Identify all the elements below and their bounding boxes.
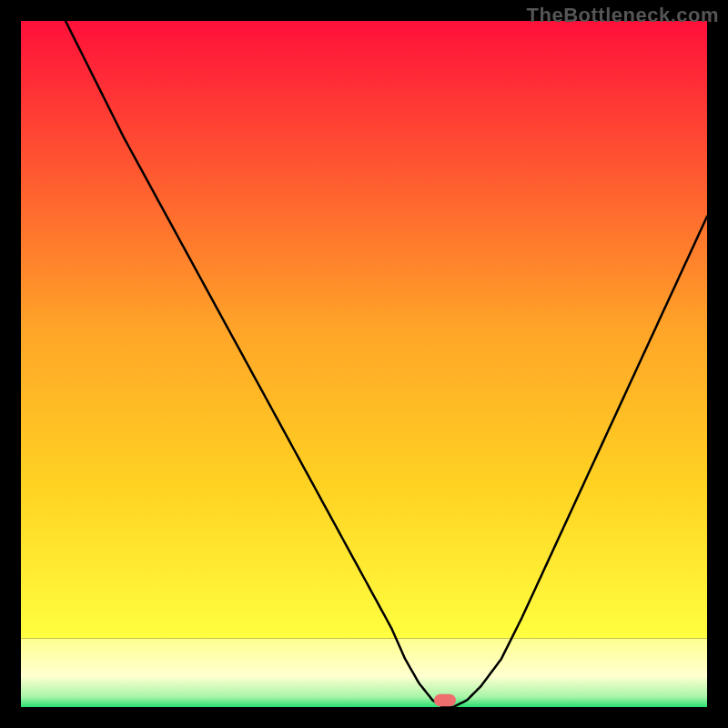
gradient-bottom [21,639,707,707]
optimal-marker [434,694,456,707]
gradient-top [21,21,707,639]
chart-frame: TheBottleneck.com [0,0,728,728]
watermark: TheBottleneck.com [527,4,719,27]
bottleneck-curve-chart [21,21,707,707]
